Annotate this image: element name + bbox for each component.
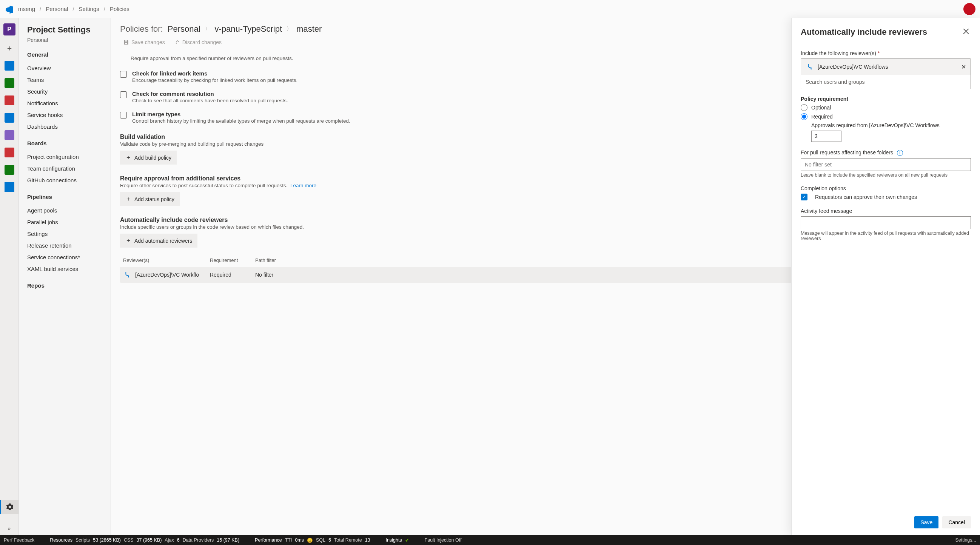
chevron-right-icon: 〉 xyxy=(286,25,292,32)
checkbox[interactable] xyxy=(120,71,127,78)
sidebar-item-teams[interactable]: Teams xyxy=(27,74,102,86)
sidebar-section-general: General xyxy=(27,51,102,58)
status-tr: 13 xyxy=(365,537,370,543)
reviewer-name: [AzureDevOps]\VC Workflo xyxy=(135,272,199,278)
add-icon[interactable]: ＋ xyxy=(6,43,13,53)
breadcrumb-project[interactable]: Personal xyxy=(46,6,68,12)
rail-artifacts-icon[interactable] xyxy=(5,148,14,157)
checkbox[interactable] xyxy=(120,112,127,119)
panel-close-button[interactable] xyxy=(961,26,971,37)
status-fault-injection[interactable]: Fault Injection Off xyxy=(425,537,462,543)
plus-icon: ＋ xyxy=(125,154,131,162)
sidebar-item-overview[interactable]: Overview xyxy=(27,62,102,74)
sidebar-item-parallel-jobs[interactable]: Parallel jobs xyxy=(27,216,102,228)
breadcrumb-area[interactable]: Settings xyxy=(79,6,99,12)
radio[interactable] xyxy=(801,113,808,120)
policy-required-radio[interactable]: Required xyxy=(801,113,971,120)
rail-misc-icon[interactable] xyxy=(5,182,14,192)
cancel-button[interactable]: Cancel xyxy=(942,516,971,528)
add-automatic-reviewers-button[interactable]: ＋ Add automatic reviewers xyxy=(120,234,197,248)
sidebar-item-service-conn[interactable]: Service connections* xyxy=(27,251,102,263)
azure-devops-logo-icon xyxy=(5,5,14,14)
rail-testplans-icon[interactable] xyxy=(5,130,14,140)
status-ajax-label: Ajax xyxy=(165,537,173,543)
save-icon xyxy=(123,39,129,45)
reviewers-col-req: Requirement xyxy=(210,257,255,263)
gear-icon xyxy=(6,504,13,510)
policy-path-branch[interactable]: master xyxy=(296,24,321,34)
info-icon[interactable]: i xyxy=(897,150,903,156)
learn-more-link[interactable]: Learn more xyxy=(290,183,317,188)
status-tr-label: Total Remote xyxy=(334,537,362,543)
activity-feed-label: Activity feed message xyxy=(801,208,971,214)
status-resources[interactable]: Resources xyxy=(50,537,73,543)
policy-path-project[interactable]: Personal xyxy=(168,24,200,34)
status-emoji-icon: 😐 xyxy=(307,537,313,543)
sidebar-section-pipelines: Pipelines xyxy=(27,194,102,200)
status-settings[interactable]: Settings... xyxy=(955,537,976,543)
status-dp: 15 (97 KB) xyxy=(217,537,239,543)
rail-boards-icon[interactable] xyxy=(5,78,14,88)
sidebar-item-service-hooks[interactable]: Service hooks xyxy=(27,109,102,121)
status-sql-label: SQL xyxy=(316,537,325,543)
approvals-input[interactable] xyxy=(811,130,842,142)
rail-overview-icon[interactable] xyxy=(5,61,14,71)
sidebar-item-security[interactable]: Security xyxy=(27,86,102,97)
sidebar-item-notifications[interactable]: Notifications xyxy=(27,97,102,109)
reviewer-req: Required xyxy=(210,272,255,278)
sidebar-item-github-conn[interactable]: GitHub connections xyxy=(27,174,102,186)
add-status-policy-button[interactable]: ＋ Add status policy xyxy=(120,192,180,206)
reviewer-search-input[interactable] xyxy=(801,75,970,89)
breadcrumb-sep: / xyxy=(104,6,105,12)
completion-options-label: Completion options xyxy=(801,185,971,191)
sidebar-title: Project Settings xyxy=(27,25,102,35)
expand-rail-icon[interactable]: » xyxy=(8,521,11,535)
radio[interactable] xyxy=(801,104,808,111)
sidebar-item-project-config[interactable]: Project configuration xyxy=(27,151,102,163)
policy-path-repo[interactable]: v-panu-TypeScript xyxy=(215,24,282,34)
folders-input[interactable] xyxy=(801,158,971,171)
policy-check-desc: Check to see that all comments have been… xyxy=(132,98,288,103)
group-icon xyxy=(123,271,131,279)
requestors-approve-checkbox[interactable]: ✓ Requestors can approve their own chang… xyxy=(801,194,971,200)
sidebar-item-agent-pools[interactable]: Agent pools xyxy=(27,205,102,216)
panel-footer: Save Cancel xyxy=(792,511,980,535)
rail-settings[interactable] xyxy=(0,500,19,514)
undo-icon xyxy=(174,39,180,45)
sidebar-item-release-ret[interactable]: Release retention xyxy=(27,240,102,251)
save-button[interactable]: Save xyxy=(914,516,939,528)
policy-check-desc: Encourage traceability by checking for l… xyxy=(132,77,298,83)
folders-hint: Leave blank to include the specified rev… xyxy=(801,173,971,178)
remove-reviewer-button[interactable]: ✕ xyxy=(961,64,966,71)
rail-compliance-icon[interactable] xyxy=(5,165,14,175)
activity-feed-input[interactable] xyxy=(801,216,971,229)
sidebar-item-dashboards[interactable]: Dashboards xyxy=(27,121,102,132)
workspace: P ＋ » Project Settings Personal General … xyxy=(0,18,980,535)
status-insights[interactable]: Insights xyxy=(386,537,402,543)
policy-check-title: Limit merge types xyxy=(132,111,350,118)
breadcrumb-sep: / xyxy=(73,6,74,12)
panel-title: Automatically include reviewers xyxy=(801,27,927,37)
sidebar-project: Personal xyxy=(27,37,102,43)
rail-pipelines-icon[interactable] xyxy=(5,113,14,123)
statusbar: Perf Feedback Resources Scripts 53 (2865… xyxy=(0,535,980,545)
close-icon xyxy=(963,28,969,35)
status-perf-feedback[interactable]: Perf Feedback xyxy=(4,537,34,543)
plus-icon: ＋ xyxy=(125,195,131,203)
folders-label: For pull requests affecting these folder… xyxy=(801,149,971,156)
status-css-label: CSS xyxy=(124,537,134,543)
sidebar-item-xaml-build[interactable]: XAML build services xyxy=(27,263,102,275)
add-build-policy-button[interactable]: ＋ Add build policy xyxy=(120,151,177,165)
breadcrumb-org[interactable]: mseng xyxy=(18,6,35,12)
avatar[interactable] xyxy=(963,3,975,15)
policy-optional-radio[interactable]: Optional xyxy=(801,104,971,111)
sidebar-section-boards: Boards xyxy=(27,140,102,146)
status-performance[interactable]: Performance xyxy=(255,537,282,543)
sidebar-item-settings[interactable]: Settings xyxy=(27,228,102,240)
status-ajax: 6 xyxy=(177,537,180,543)
checkbox[interactable] xyxy=(120,91,127,98)
chevron-right-icon: 〉 xyxy=(205,25,210,32)
sidebar-item-team-config[interactable]: Team configuration xyxy=(27,163,102,174)
project-tile[interactable]: P xyxy=(3,24,16,35)
rail-repos-icon[interactable] xyxy=(5,95,14,105)
